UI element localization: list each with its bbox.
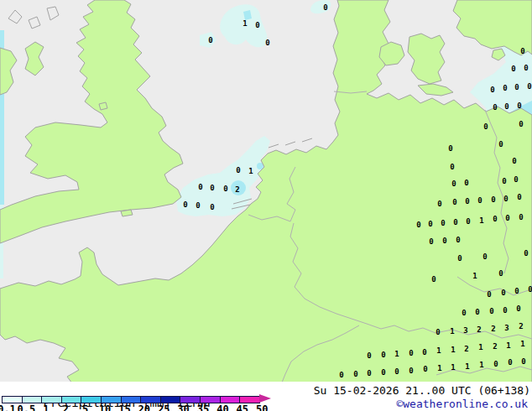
precip-value: 0 [526,285,532,294]
precip-value: 0 [427,237,436,246]
precip-value: 0 [426,220,435,228]
precip-value: 2 [462,345,471,353]
legend-tick-label: 50 [249,403,274,411]
precip-value: 1 [241,19,249,28]
precip-value: 0 [352,370,360,378]
precip-value: 0 [519,47,527,55]
precip-value: 1 [519,340,527,348]
precip-value: 0 [441,237,449,245]
precip-value: 0 [430,275,438,284]
precip-value: 0 [509,65,518,73]
colorbar-segment [3,397,23,403]
precip-value: 0 [492,360,500,368]
precip-value: 0 [473,308,482,316]
precip-value: 0 [451,198,459,206]
precip-value: 1 [477,361,486,369]
precip-value: 1 [463,362,472,371]
precip-value: 0 [510,157,519,165]
precip-value: 0 [501,306,509,315]
precip-value: 0 [196,183,205,191]
map-canvas [0,0,532,383]
precip-value: 1 [471,272,479,280]
precip-value: 2 [517,322,525,330]
precip-value: 0 [234,166,243,174]
precip-value: 0 [263,39,272,47]
precip-value: 0 [522,249,530,258]
precip-value: 0 [365,369,373,377]
precip-value: 0 [365,351,373,360]
precip-value: 0 [515,101,524,110]
precip-value: 0 [512,175,520,184]
precip-value: 0 [517,120,525,128]
precip-value: 2 [475,325,483,334]
precip-value: 0 [206,36,215,44]
precip-value: 2 [233,185,242,194]
precip-value: 1 [449,346,457,354]
precip-value: 0 [439,219,447,227]
precip-value: 1 [435,346,443,355]
precip-value: 0 [434,328,442,336]
precip-value: 0 [462,179,471,187]
precip-value: 0 [415,221,423,229]
precip-value: 0 [497,269,505,278]
precip-value: 0 [488,86,497,94]
precip-value: 0 [456,254,464,263]
colorbar-segment [81,397,102,403]
colorbar-segment [42,397,62,403]
precip-value: 0 [463,197,472,206]
precip-value: 0 [506,358,514,367]
colorbar-segment [141,397,161,403]
precip-value: 0 [476,196,484,205]
precip-value: 0 [407,367,415,375]
precip-value: 0 [489,195,498,204]
precip-value: 0 [481,252,489,261]
precip-value: 0 [499,289,508,297]
precip-value: 0 [460,309,468,317]
precip-value: 0 [500,177,509,185]
precip-value: 0 [337,371,346,379]
precip-value: 0 [501,84,509,92]
precip-value: 0 [525,82,532,91]
precip-value: 0 [379,368,388,377]
precip-value: 0 [517,213,525,221]
precip-value: 1 [504,341,513,350]
precip-value: 1 [477,216,486,225]
precip-value: 1 [449,363,457,372]
precip-value: 0 [407,349,415,357]
colorbar-segment [221,397,241,403]
forecast-datetime: Su 15-02-2026 21..00 UTC (06+138) [314,384,530,397]
precip-value: 0 [194,201,202,210]
precip-value: 0 [448,163,456,171]
colorbar-segment [102,397,122,403]
precip-value: 1 [436,364,444,372]
precip-value: 1 [393,350,401,358]
precip-value: 1 [477,343,485,351]
precip-value: 3 [462,326,470,335]
precip-value: 0 [420,348,429,356]
precip-value: 0 [464,217,472,226]
colorbar-segment [201,397,221,403]
precip-value: 0 [503,102,511,111]
precip-value: 0 [393,367,401,376]
precip-value: 0 [222,185,230,193]
colorbar-segment [62,397,82,403]
precip-value: 0 [321,3,330,12]
precip-value: 2 [489,325,498,333]
precip-value: 3 [503,324,511,332]
colorbar-segment [180,397,201,403]
precip-value: 0 [502,195,510,203]
precip-value: 0 [514,304,523,313]
colorbar-segment [161,397,181,403]
precip-value: 0 [513,287,521,295]
precip-value: 0 [522,64,530,72]
precip-value: 0 [503,214,512,222]
precip-value: 0 [482,122,490,131]
precip-value: 0 [436,200,444,208]
precip-value: 0 [446,144,455,153]
copyright-text: ©weatheronline.co.uk [396,398,528,410]
legend-colorbar [2,396,260,403]
precip-value: 0 [450,179,458,188]
precip-value: 0 [208,203,216,211]
precip-value: 0 [491,215,499,223]
weather-map-page: 1000000000000000000000000000000000000100… [0,0,532,411]
